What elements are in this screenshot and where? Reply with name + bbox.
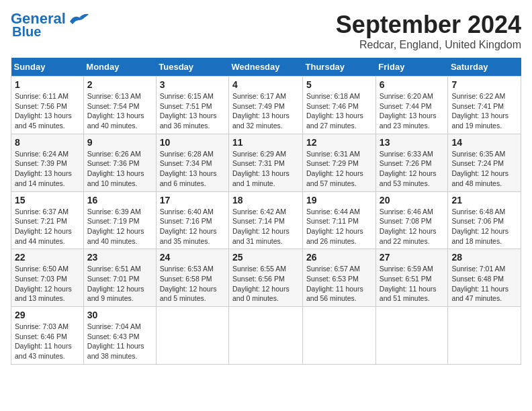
day-info: Sunrise: 6:15 AM Sunset: 7:51 PM Dayligh…	[160, 91, 225, 131]
calendar-cell: 12Sunrise: 6:31 AM Sunset: 7:29 PM Dayli…	[303, 134, 376, 191]
day-info: Sunrise: 6:26 AM Sunset: 7:36 PM Dayligh…	[87, 149, 152, 189]
day-info: Sunrise: 6:29 AM Sunset: 7:31 PM Dayligh…	[232, 149, 299, 189]
calendar-week-2: 8Sunrise: 6:24 AM Sunset: 7:39 PM Daylig…	[11, 134, 521, 191]
day-number: 22	[15, 252, 80, 263]
calendar-cell: 5Sunrise: 6:18 AM Sunset: 7:46 PM Daylig…	[303, 77, 376, 134]
day-info: Sunrise: 6:53 AM Sunset: 6:58 PM Dayligh…	[160, 264, 225, 304]
weekday-header-sunday: Sunday	[11, 58, 84, 77]
calendar-cell: 24Sunrise: 6:53 AM Sunset: 6:58 PM Dayli…	[156, 249, 228, 307]
day-number: 16	[87, 195, 152, 205]
calendar-cell: 6Sunrise: 6:20 AM Sunset: 7:44 PM Daylig…	[375, 77, 448, 134]
calendar-cell: 10Sunrise: 6:28 AM Sunset: 7:34 PM Dayli…	[156, 134, 228, 191]
day-info: Sunrise: 6:37 AM Sunset: 7:21 PM Dayligh…	[15, 207, 80, 246]
calendar-cell: 18Sunrise: 6:42 AM Sunset: 7:14 PM Dayli…	[229, 191, 303, 249]
day-number: 11	[232, 137, 299, 148]
day-info: Sunrise: 6:46 AM Sunset: 7:08 PM Dayligh…	[380, 207, 445, 246]
calendar-cell: 9Sunrise: 6:26 AM Sunset: 7:36 PM Daylig…	[83, 134, 156, 191]
day-number: 4	[232, 79, 299, 90]
weekday-header-thursday: Thursday	[303, 58, 376, 77]
calendar-table: SundayMondayTuesdayWednesdayThursdayFrid…	[11, 58, 521, 365]
calendar-cell	[375, 307, 448, 365]
calendar-week-4: 22Sunrise: 6:50 AM Sunset: 7:03 PM Dayli…	[11, 249, 521, 307]
calendar-cell: 25Sunrise: 6:55 AM Sunset: 6:56 PM Dayli…	[229, 249, 303, 307]
calendar-cell: 23Sunrise: 6:51 AM Sunset: 7:01 PM Dayli…	[83, 249, 156, 307]
day-number: 30	[87, 310, 152, 320]
day-info: Sunrise: 6:28 AM Sunset: 7:34 PM Dayligh…	[160, 149, 225, 189]
day-info: Sunrise: 6:20 AM Sunset: 7:44 PM Dayligh…	[380, 91, 445, 131]
day-number: 13	[380, 137, 445, 148]
calendar-cell: 15Sunrise: 6:37 AM Sunset: 7:21 PM Dayli…	[11, 191, 84, 249]
day-info: Sunrise: 6:35 AM Sunset: 7:24 PM Dayligh…	[451, 149, 517, 189]
day-info: Sunrise: 6:22 AM Sunset: 7:41 PM Dayligh…	[451, 91, 517, 131]
day-info: Sunrise: 6:44 AM Sunset: 7:11 PM Dayligh…	[306, 207, 372, 246]
calendar-cell: 1Sunrise: 6:11 AM Sunset: 7:56 PM Daylig…	[11, 77, 84, 134]
day-number: 17	[160, 195, 225, 205]
calendar-cell: 21Sunrise: 6:48 AM Sunset: 7:06 PM Dayli…	[448, 191, 521, 249]
day-number: 29	[15, 310, 80, 320]
month-title: September 2024	[336, 11, 521, 39]
day-number: 6	[380, 79, 445, 90]
calendar-week-1: 1Sunrise: 6:11 AM Sunset: 7:56 PM Daylig…	[11, 77, 521, 134]
calendar-cell	[303, 307, 376, 365]
day-number: 14	[451, 137, 517, 148]
day-info: Sunrise: 6:17 AM Sunset: 7:49 PM Dayligh…	[232, 91, 299, 131]
day-info: Sunrise: 6:48 AM Sunset: 7:06 PM Dayligh…	[451, 207, 517, 246]
day-info: Sunrise: 6:24 AM Sunset: 7:39 PM Dayligh…	[15, 149, 80, 189]
day-info: Sunrise: 6:55 AM Sunset: 6:56 PM Dayligh…	[232, 264, 299, 304]
day-number: 21	[451, 195, 517, 205]
day-number: 27	[380, 252, 445, 263]
day-number: 23	[87, 252, 152, 263]
logo: General Blue	[11, 11, 89, 39]
day-info: Sunrise: 6:51 AM Sunset: 7:01 PM Dayligh…	[87, 264, 152, 304]
calendar-cell: 26Sunrise: 6:57 AM Sunset: 6:53 PM Dayli…	[303, 249, 376, 307]
day-info: Sunrise: 6:42 AM Sunset: 7:14 PM Dayligh…	[232, 207, 299, 246]
day-info: Sunrise: 7:04 AM Sunset: 6:43 PM Dayligh…	[87, 322, 152, 361]
location: Redcar, England, United Kingdom	[336, 39, 521, 51]
day-info: Sunrise: 6:40 AM Sunset: 7:16 PM Dayligh…	[160, 207, 225, 246]
day-number: 8	[15, 137, 80, 148]
calendar-cell: 22Sunrise: 6:50 AM Sunset: 7:03 PM Dayli…	[11, 249, 84, 307]
title-block: September 2024 Redcar, England, United K…	[336, 11, 521, 51]
weekday-header-wednesday: Wednesday	[229, 58, 303, 77]
day-number: 12	[306, 137, 372, 148]
day-info: Sunrise: 6:11 AM Sunset: 7:56 PM Dayligh…	[15, 91, 80, 131]
day-info: Sunrise: 6:57 AM Sunset: 6:53 PM Dayligh…	[306, 264, 372, 304]
calendar-cell: 20Sunrise: 6:46 AM Sunset: 7:08 PM Dayli…	[375, 191, 448, 249]
calendar-cell: 28Sunrise: 7:01 AM Sunset: 6:48 PM Dayli…	[448, 249, 521, 307]
day-number: 1	[15, 79, 80, 90]
day-info: Sunrise: 6:13 AM Sunset: 7:54 PM Dayligh…	[87, 91, 152, 131]
day-number: 2	[87, 79, 152, 90]
calendar-cell: 8Sunrise: 6:24 AM Sunset: 7:39 PM Daylig…	[11, 134, 84, 191]
calendar-cell	[448, 307, 521, 365]
calendar-cell	[156, 307, 228, 365]
calendar-cell: 14Sunrise: 6:35 AM Sunset: 7:24 PM Dayli…	[448, 134, 521, 191]
day-number: 25	[232, 252, 299, 263]
calendar-cell: 19Sunrise: 6:44 AM Sunset: 7:11 PM Dayli…	[303, 191, 376, 249]
calendar-cell	[229, 307, 303, 365]
day-number: 28	[451, 252, 517, 263]
calendar-cell: 27Sunrise: 6:59 AM Sunset: 6:51 PM Dayli…	[375, 249, 448, 307]
day-info: Sunrise: 6:18 AM Sunset: 7:46 PM Dayligh…	[306, 91, 372, 131]
day-number: 3	[160, 79, 225, 90]
day-info: Sunrise: 6:31 AM Sunset: 7:29 PM Dayligh…	[306, 149, 372, 189]
day-number: 7	[451, 79, 517, 90]
logo-bird-icon	[67, 12, 89, 27]
calendar-cell: 3Sunrise: 6:15 AM Sunset: 7:51 PM Daylig…	[156, 77, 228, 134]
day-number: 9	[87, 137, 152, 148]
day-number: 10	[160, 137, 225, 148]
calendar-cell: 2Sunrise: 6:13 AM Sunset: 7:54 PM Daylig…	[83, 77, 156, 134]
page-header: General Blue September 2024 Redcar, Engl…	[11, 11, 521, 51]
day-info: Sunrise: 6:33 AM Sunset: 7:26 PM Dayligh…	[380, 149, 445, 189]
weekday-header-monday: Monday	[83, 58, 156, 77]
calendar-week-5: 29Sunrise: 7:03 AM Sunset: 6:46 PM Dayli…	[11, 307, 521, 365]
calendar-cell: 7Sunrise: 6:22 AM Sunset: 7:41 PM Daylig…	[448, 77, 521, 134]
weekday-header-row: SundayMondayTuesdayWednesdayThursdayFrid…	[11, 58, 521, 77]
calendar-cell: 4Sunrise: 6:17 AM Sunset: 7:49 PM Daylig…	[229, 77, 303, 134]
day-number: 18	[232, 195, 299, 205]
weekday-header-friday: Friday	[375, 58, 448, 77]
day-number: 15	[15, 195, 80, 205]
day-number: 5	[306, 79, 372, 90]
calendar-cell: 11Sunrise: 6:29 AM Sunset: 7:31 PM Dayli…	[229, 134, 303, 191]
calendar-week-3: 15Sunrise: 6:37 AM Sunset: 7:21 PM Dayli…	[11, 191, 521, 249]
calendar-cell: 16Sunrise: 6:39 AM Sunset: 7:19 PM Dayli…	[83, 191, 156, 249]
